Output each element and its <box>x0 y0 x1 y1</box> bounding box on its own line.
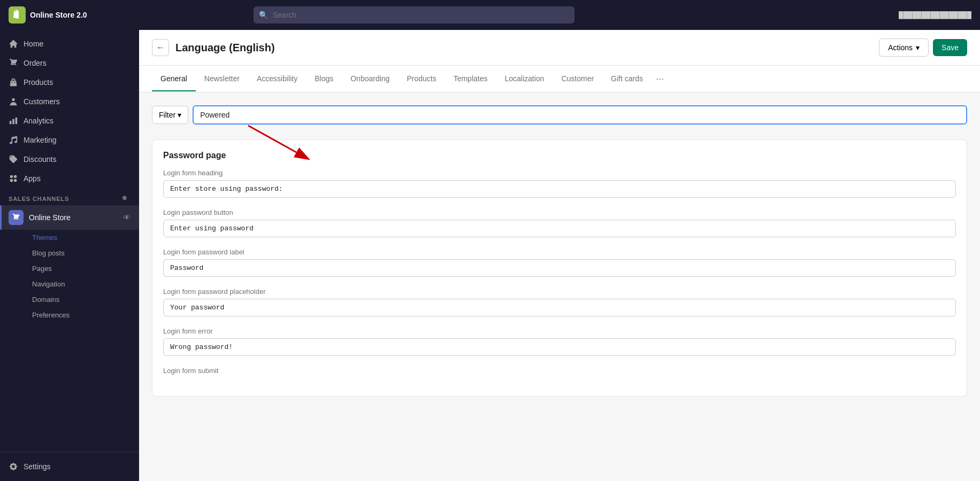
content-area: ← Language (English) Actions ▾ Save Gene… <box>139 30 980 481</box>
page-header: ← Language (English) Actions ▾ Save <box>139 30 980 66</box>
actions-button[interactable]: Actions ▾ <box>879 38 929 57</box>
login-form-error-input[interactable] <box>163 338 956 356</box>
top-bar: Online Store 2.0 🔍 ████████████████ <box>0 0 980 30</box>
tab-customer[interactable]: Customer <box>553 67 602 91</box>
save-button[interactable]: Save <box>933 39 967 56</box>
sidebar-subitem-domains[interactable]: Domains <box>24 292 139 307</box>
main-content: Filter ▾ <box>139 92 980 414</box>
sidebar-settings-section: Settings <box>0 452 139 481</box>
login-form-error-label: Login form error <box>163 327 956 335</box>
filter-chevron-icon: ▾ <box>178 111 181 119</box>
user-info: ████████████████ <box>899 11 971 19</box>
logo-area: Online Store 2.0 <box>9 6 87 24</box>
sidebar-orders-label: Orders <box>24 59 47 67</box>
sales-channels-title: SALES CHANNELS ⊕ <box>0 188 139 205</box>
sidebar: Home Orders Products <box>0 30 139 481</box>
sidebar-discounts-label: Discounts <box>24 155 56 164</box>
sidebar-item-analytics[interactable]: Analytics <box>0 111 139 130</box>
tab-blogs[interactable]: Blogs <box>306 67 342 91</box>
login-form-heading-group: Login form heading <box>163 169 956 198</box>
online-store-subnav: Themes Blog posts Pages Navigation Domai… <box>0 230 139 323</box>
tab-templates[interactable]: Templates <box>445 67 496 91</box>
sidebar-item-online-store[interactable]: Online Store 👁 <box>0 205 139 230</box>
sidebar-subitem-preferences[interactable]: Preferences <box>24 307 139 323</box>
filter-button[interactable]: Filter ▾ <box>152 106 188 124</box>
sidebar-apps-label: Apps <box>24 174 41 183</box>
tab-gift-cards[interactable]: Gift cards <box>602 67 652 91</box>
login-form-submit-group: Login form submit <box>163 367 956 375</box>
search-input[interactable] <box>254 6 575 24</box>
shopify-logo <box>9 6 26 24</box>
sidebar-item-products[interactable]: Products <box>0 73 139 92</box>
login-password-button-group: Login password button <box>163 208 956 237</box>
tab-general[interactable]: General <box>152 67 196 91</box>
sidebar-home-label: Home <box>24 40 43 48</box>
login-password-button-input[interactable] <box>163 220 956 237</box>
sidebar-analytics-label: Analytics <box>24 117 53 125</box>
login-form-password-label-label: Login form password label <box>163 248 956 256</box>
tab-localization[interactable]: Localization <box>496 67 553 91</box>
tab-newsletter[interactable]: Newsletter <box>196 67 248 91</box>
login-form-submit-label: Login form submit <box>163 367 956 375</box>
sidebar-item-apps[interactable]: Apps <box>0 169 139 188</box>
tabs-more-button[interactable]: ··· <box>652 66 668 92</box>
page-title: Language (English) <box>175 42 275 54</box>
tab-accessibility[interactable]: Accessibility <box>248 67 306 91</box>
login-form-error-group: Login form error <box>163 327 956 356</box>
sidebar-subitem-pages[interactable]: Pages <box>24 261 139 276</box>
sidebar-item-customers[interactable]: Customers <box>0 92 139 111</box>
filter-label: Filter <box>159 111 175 119</box>
sidebar-item-home[interactable]: Home <box>0 34 139 53</box>
login-form-heading-input[interactable] <box>163 180 956 198</box>
sidebar-item-discounts[interactable]: Discounts <box>0 150 139 169</box>
store-name-label: Online Store 2.0 <box>30 11 87 19</box>
sidebar-products-label: Products <box>24 78 53 87</box>
login-form-password-placeholder-label: Login form password placeholder <box>163 288 956 296</box>
tabs-bar: General Newsletter Accessibility Blogs O… <box>139 66 980 92</box>
login-password-button-label: Login password button <box>163 208 956 216</box>
login-form-password-placeholder-input[interactable] <box>163 299 956 316</box>
back-button[interactable]: ← <box>152 39 169 56</box>
login-form-heading-label: Login form heading <box>163 169 956 177</box>
add-sales-channel-icon[interactable]: ⊕ <box>122 195 131 203</box>
back-arrow-icon: ← <box>156 43 165 52</box>
sidebar-subitem-themes[interactable]: Themes <box>24 230 139 245</box>
eye-icon[interactable]: 👁 <box>123 213 131 222</box>
section-title: Password page <box>163 151 956 160</box>
translation-search-input[interactable] <box>193 105 967 125</box>
tab-onboarding[interactable]: Onboarding <box>342 67 398 91</box>
search-area[interactable]: 🔍 <box>254 6 575 24</box>
sidebar-subitem-blog-posts[interactable]: Blog posts <box>24 245 139 261</box>
sidebar-item-marketing[interactable]: Marketing <box>0 130 139 150</box>
sidebar-subitem-navigation[interactable]: Navigation <box>24 276 139 292</box>
login-form-password-label-group: Login form password label <box>163 248 956 277</box>
sidebar-settings-item[interactable]: Settings <box>9 459 131 475</box>
sidebar-customers-label: Customers <box>24 97 60 106</box>
settings-label: Settings <box>24 462 51 471</box>
password-page-section: Password page Login form heading Login p… <box>152 139 967 397</box>
online-store-label: Online Store <box>29 213 71 222</box>
sidebar-marketing-label: Marketing <box>24 136 56 144</box>
actions-label: Actions <box>888 43 913 52</box>
login-form-password-placeholder-group: Login form password placeholder <box>163 288 956 316</box>
tab-products[interactable]: Products <box>398 67 445 91</box>
search-icon: 🔍 <box>259 11 268 19</box>
chevron-down-icon: ▾ <box>916 43 920 52</box>
sidebar-item-orders[interactable]: Orders <box>0 53 139 73</box>
login-form-password-label-input[interactable] <box>163 259 956 277</box>
